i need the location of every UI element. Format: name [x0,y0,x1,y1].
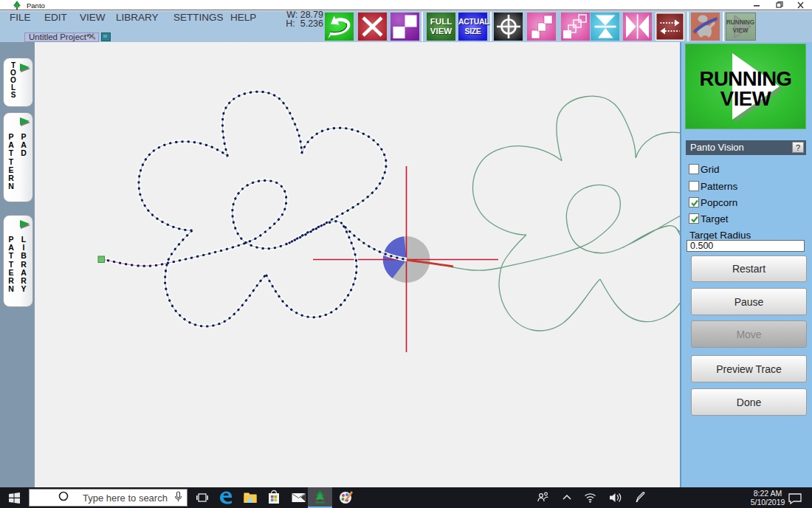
svg-text:VIEW: VIEW [733,27,749,34]
svg-text:RUNNING: RUNNING [726,19,754,26]
svg-text:VIEW: VIEW [720,87,771,110]
